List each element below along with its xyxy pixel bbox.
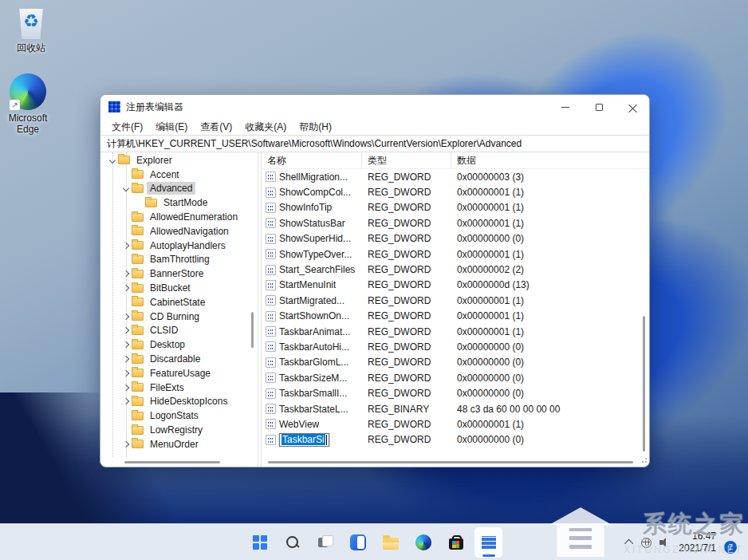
store-button[interactable] <box>441 526 470 558</box>
tree-expand-icon[interactable] <box>121 357 131 361</box>
registry-value-row[interactable]: ShowTypeOver...REG_DWORD0x00000001 (1) <box>262 246 649 262</box>
tree-vertical-scrollbar[interactable] <box>251 312 254 348</box>
registry-value-row[interactable]: ShowCompCol...REG_DWORD0x00000001 (1) <box>262 184 649 199</box>
tree-item-label: CD Burning <box>147 310 203 323</box>
tree-item[interactable]: Advanced <box>100 182 258 196</box>
registry-value-row[interactable]: ShellMigration...REG_DWORD0x00000003 (3) <box>262 169 649 184</box>
tree-item[interactable]: FeatureUsage <box>100 366 258 381</box>
close-button[interactable] <box>616 95 649 119</box>
tree-expand-icon[interactable] <box>121 328 131 333</box>
menu-item[interactable]: 查看(V) <box>194 120 238 134</box>
tree-item[interactable]: AllowedNavigation <box>100 224 258 239</box>
tree-item[interactable]: Discardable <box>100 352 258 366</box>
address-bar[interactable]: 计算机\HKEY_CURRENT_USER\Software\Microsoft… <box>100 135 649 152</box>
registry-value-row[interactable]: StartShownOn...REG_DWORD0x00000001 (1) <box>262 309 649 324</box>
clock[interactable]: 16:47 2021/7/1 <box>679 530 716 554</box>
registry-value-row[interactable]: ShowSuperHid...REG_DWORD0x00000000 (0) <box>262 231 649 246</box>
tree-item-label: BitBucket <box>147 282 194 294</box>
tree-item[interactable]: CabinetState <box>100 295 258 310</box>
tree-horizontal-scrollbar[interactable] <box>124 461 220 463</box>
tree-expand-icon[interactable] <box>121 442 131 447</box>
value-name-cell: ShowSuperHid... <box>262 233 362 244</box>
rename-edit-box[interactable]: TaskbarSi <box>279 433 329 447</box>
tree-item[interactable]: LowRegistry <box>100 423 258 437</box>
list-horizontal-scrollbar[interactable] <box>268 461 633 463</box>
tree-expand-icon[interactable] <box>121 342 131 347</box>
registry-value-row[interactable]: ShowStatusBarREG_DWORD0x00000001 (1) <box>262 215 649 231</box>
network-icon[interactable] <box>641 538 652 548</box>
registry-value-row[interactable]: TaskbarAutoHi...REG_DWORD0x00000000 (0) <box>262 339 649 354</box>
edge-button[interactable] <box>408 526 438 558</box>
registry-value-row[interactable]: WebViewREG_DWORD0x00000001 (1) <box>262 416 649 432</box>
tree-expand-icon[interactable] <box>121 286 131 290</box>
widgets-button[interactable] <box>343 526 372 558</box>
notification-badge[interactable]: 7 <box>724 541 737 554</box>
tree-item[interactable]: HideDesktopIcons <box>100 395 258 409</box>
title-bar: 注册表编辑器 <box>100 95 649 119</box>
value-name-cell: TaskbarAutoHi... <box>262 341 362 353</box>
tree-expand-icon[interactable] <box>121 314 131 319</box>
registry-value-row[interactable]: TaskbarGlomL...REG_DWORD0x00000000 (0) <box>262 355 649 370</box>
registry-value-row[interactable]: TaskbarSiREG_DWORD0x00000000 (0) <box>262 432 649 448</box>
reg-dword-icon <box>266 419 276 429</box>
tree-item[interactable]: Accent <box>100 168 258 182</box>
tree-expand-icon[interactable] <box>121 186 131 191</box>
registry-value-row[interactable]: TaskbarStateL...REG_BINARY48 c3 da 60 00… <box>262 401 649 416</box>
registry-value-row[interactable]: ShowInfoTipREG_DWORD0x00000001 (1) <box>262 200 649 215</box>
value-type: REG_DWORD <box>362 434 451 445</box>
tree-item[interactable]: StartMode <box>100 195 258 210</box>
value-name: WebView <box>279 419 319 430</box>
tree-expand-icon[interactable] <box>108 158 117 163</box>
tree-item[interactable]: BamThrottling <box>100 253 258 267</box>
tree-item[interactable]: AllowedEnumeration <box>100 210 258 224</box>
menu-item[interactable]: 文件(F) <box>105 120 149 134</box>
menu-item[interactable]: 帮助(H) <box>293 120 338 134</box>
tree-expand-icon[interactable] <box>121 243 131 248</box>
registry-value-row[interactable]: StartMenuInitREG_DWORD0x0000000d (13) <box>262 278 649 293</box>
tree-item[interactable]: FileExts <box>100 381 258 395</box>
registry-value-row[interactable]: TaskbarSmallI...REG_DWORD0x00000000 (0) <box>262 385 649 400</box>
tree-item-label: LowRegistry <box>147 424 206 436</box>
reg-dword-icon <box>266 295 276 306</box>
column-header-type[interactable]: 类型 <box>362 152 451 168</box>
regedit-button[interactable] <box>474 526 503 558</box>
tree-item[interactable]: CLSID <box>100 324 258 338</box>
start-button[interactable] <box>245 526 274 558</box>
value-data: 0x00000001 (1) <box>451 187 649 198</box>
desktop-icon-recycle-bin[interactable]: ♻ 回收站 <box>3 5 59 53</box>
registry-value-row[interactable]: StartMigrated...REG_DWORD0x00000001 (1) <box>262 293 649 308</box>
task-view-button[interactable] <box>310 526 340 558</box>
value-type: REG_DWORD <box>362 357 451 368</box>
reg-dword-icon <box>266 435 276 445</box>
tree-expand-icon[interactable] <box>121 271 131 276</box>
desktop-icon-microsoft-edge[interactable]: ↗ Microsoft Edge <box>0 73 56 135</box>
file-explorer-button[interactable] <box>376 526 405 558</box>
maximize-button[interactable] <box>582 95 616 119</box>
tree-expand-icon[interactable] <box>121 371 131 376</box>
tree-item[interactable]: BitBucket <box>100 281 258 295</box>
menu-item[interactable]: 编辑(E) <box>149 120 194 134</box>
tree-item[interactable]: BannerStore <box>100 266 258 281</box>
resize-grip[interactable] <box>640 458 647 464</box>
folder-icon <box>132 383 144 392</box>
column-header-name[interactable]: 名称 <box>262 152 362 168</box>
column-header-data[interactable]: 数据 <box>451 152 649 168</box>
registry-value-row[interactable]: TaskbarSizeM...REG_DWORD0x00000000 (0) <box>262 370 649 385</box>
tree-item[interactable]: Desktop <box>100 337 258 352</box>
tree-expand-icon[interactable] <box>121 385 131 390</box>
selected-text: TaskbarSi <box>281 434 325 445</box>
minimize-button[interactable] <box>549 95 582 119</box>
registry-value-row[interactable]: Start_SearchFilesREG_DWORD0x00000002 (2) <box>262 262 649 277</box>
tree-item[interactable]: CD Burning <box>100 310 258 324</box>
volume-icon[interactable] <box>659 538 671 547</box>
menu-item[interactable]: 收藏夹(A) <box>238 120 293 134</box>
tree-item[interactable]: LogonStats <box>100 408 258 423</box>
tree-expand-icon[interactable] <box>121 399 131 404</box>
tree-item[interactable]: AutoplayHandlers <box>100 239 258 253</box>
search-button[interactable] <box>278 526 307 558</box>
registry-value-row[interactable]: TaskbarAnimat...REG_DWORD0x00000001 (1) <box>262 324 649 339</box>
value-name: StartMigrated... <box>279 295 344 306</box>
tree-item[interactable]: MenuOrder <box>100 437 258 452</box>
list-vertical-scrollbar[interactable] <box>643 316 645 452</box>
tree-item[interactable]: Explorer <box>100 153 258 168</box>
